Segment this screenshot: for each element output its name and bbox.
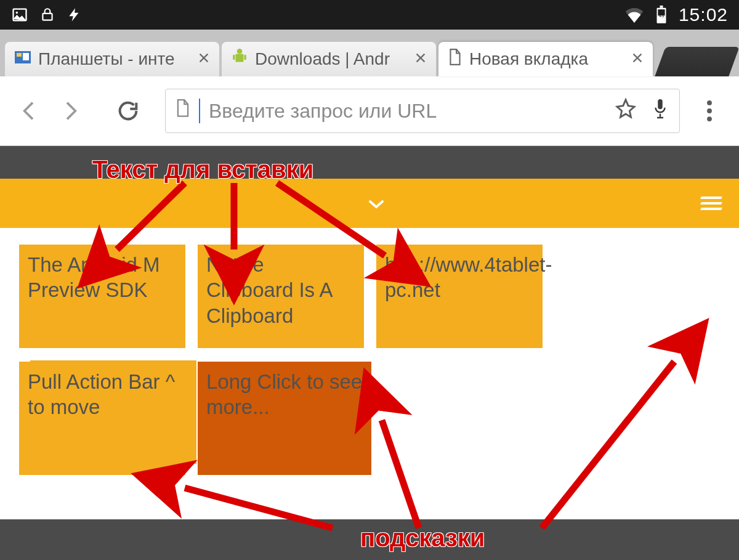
svg-point-10 (237, 49, 243, 54)
new-tab-button[interactable] (655, 47, 739, 76)
clipboard-card[interactable]: Native Clipboard Is A Clipboard (198, 245, 364, 348)
clipboard-card-row-2: Pull Action Bar ^ to move Long Click to … (19, 362, 720, 475)
address-bar[interactable]: Введите запрос или URL (165, 89, 680, 133)
svg-rect-13 (658, 99, 663, 109)
tab-1[interactable]: Downloads | Andr (222, 42, 436, 76)
close-icon[interactable] (631, 49, 644, 69)
browser-tab-strip: Планшеты - инте Downloads | Andr Новая в… (0, 30, 739, 76)
file-icon (448, 49, 462, 70)
menu-button[interactable] (692, 94, 727, 128)
svg-rect-11 (233, 54, 235, 60)
tab-label: Планшеты - инте (38, 49, 190, 69)
image-icon (11, 6, 28, 23)
page-viewport: The Android M Preview SDK Native Clipboa… (0, 146, 739, 560)
tab-label: Downloads | Andr (255, 49, 406, 69)
svg-point-14 (707, 100, 712, 105)
android-icon (232, 49, 248, 70)
app-action-bar (0, 179, 739, 228)
clipboard-card-highlighted[interactable]: Long Click to see more... (198, 362, 371, 475)
file-icon (176, 99, 190, 123)
svg-rect-12 (244, 54, 246, 60)
back-button[interactable] (12, 94, 47, 128)
site-icon (15, 49, 31, 70)
forward-button[interactable] (53, 94, 87, 128)
svg-rect-2 (42, 14, 52, 20)
svg-rect-9 (23, 53, 29, 60)
svg-text:43: 43 (659, 13, 664, 18)
reload-button[interactable] (111, 94, 145, 128)
bookmark-star-icon[interactable] (615, 98, 636, 124)
clipboard-card[interactable]: http://www.4tablet-pc.net (376, 245, 543, 348)
hamburger-icon[interactable] (701, 197, 722, 210)
clipboard-card[interactable]: Pull Action Bar ^ to move (19, 362, 185, 475)
svg-rect-4 (660, 6, 663, 8)
svg-rect-8 (17, 53, 22, 57)
android-status-bar: 43 15:02 (0, 0, 739, 30)
annotation-bottom-label: подсказки (360, 524, 485, 552)
chevron-down-icon[interactable] (367, 198, 386, 213)
close-icon[interactable] (197, 49, 211, 69)
wifi-icon (624, 7, 644, 23)
close-icon[interactable] (414, 49, 427, 69)
url-placeholder: Введите запрос или URL (209, 100, 607, 123)
text-cursor (199, 99, 200, 123)
tab-0[interactable]: Планшеты - инте (5, 42, 219, 76)
lock-icon (39, 7, 55, 23)
tab-2-active[interactable]: Новая вкладка (438, 42, 653, 76)
annotation-top-label: Текст для вставки (92, 156, 313, 184)
clock: 15:02 (679, 4, 728, 25)
svg-point-1 (16, 12, 18, 14)
battery-icon: 43 (655, 6, 668, 24)
tab-label: Новая вкладка (469, 49, 623, 69)
browser-toolbar: Введите запрос или URL (0, 76, 739, 146)
clipboard-card[interactable]: The Android M Preview SDK (19, 245, 185, 348)
mic-icon[interactable] (651, 97, 669, 124)
lightning-icon (67, 7, 83, 23)
svg-point-16 (707, 116, 712, 121)
svg-point-15 (707, 108, 712, 113)
